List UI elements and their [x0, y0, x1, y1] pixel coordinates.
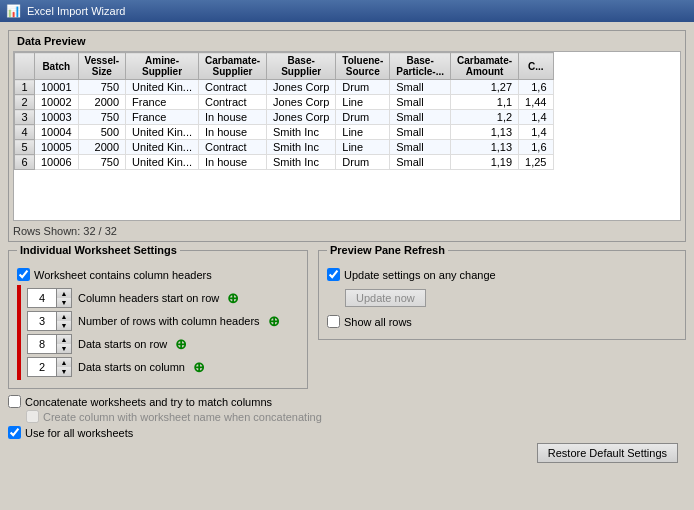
concatenate-label: Concatenate worksheets and try to match …	[25, 396, 272, 408]
individual-settings-group: Individual Worksheet Settings Worksheet …	[8, 250, 308, 389]
col-header-carbamateamount: Carbamate-Amount	[451, 53, 519, 80]
col-header-baseparticle: Base-Particle-...	[390, 53, 451, 80]
preview-pane-group: Preview Pane Refresh Update settings on …	[318, 250, 686, 340]
individual-settings-title: Individual Worksheet Settings	[17, 244, 180, 256]
table-row: 610006750United Kin...In houseSmith IncD…	[15, 155, 554, 170]
concatenate-row: Concatenate worksheets and try to match …	[8, 395, 686, 408]
app-icon: 📊	[6, 4, 21, 18]
data-starts-row-spinner[interactable]: ▲ ▼	[27, 334, 72, 354]
data-starts-col-row: ▲ ▼ Data starts on column ⊕	[23, 357, 299, 377]
update-on-change-checkbox[interactable]	[327, 268, 340, 281]
col-header-carbamatesupplier: Carbamate-Supplier	[199, 53, 267, 80]
column-headers-spinner-buttons: ▲ ▼	[56, 289, 71, 307]
data-starts-col-value[interactable]	[28, 358, 56, 376]
table-row: 2100022000FranceContractJones CorpLineSm…	[15, 95, 554, 110]
data-starts-row-down[interactable]: ▼	[57, 344, 71, 353]
data-starts-row-plus-icon[interactable]: ⊕	[175, 336, 187, 352]
bottom-area: Restore Default Settings	[8, 441, 686, 471]
data-preview-group: Data Preview Batch Vessel-Size Amine-Sup…	[8, 30, 686, 242]
num-rows-headers-row: ▲ ▼ Number of rows with column headers ⊕	[23, 311, 299, 331]
col-header-toluenesource: Toluene-Source	[336, 53, 390, 80]
create-column-label: Create column with worksheet name when c…	[43, 411, 322, 423]
title-bar: 📊 Excel Import Wizard	[0, 0, 694, 22]
column-headers-label: Column headers start on row	[78, 292, 219, 304]
red-bar-indicator	[17, 285, 21, 380]
title-bar-text: Excel Import Wizard	[27, 5, 125, 17]
concatenate-section: Concatenate worksheets and try to match …	[8, 395, 686, 439]
concatenate-checkbox[interactable]	[8, 395, 21, 408]
show-all-rows-label: Show all rows	[344, 316, 412, 328]
data-table-container[interactable]: Batch Vessel-Size Amine-Supplier Carbama…	[13, 51, 681, 221]
individual-settings-panel: Individual Worksheet Settings Worksheet …	[8, 250, 308, 389]
num-rows-plus-icon[interactable]: ⊕	[268, 313, 280, 329]
data-preview-title: Data Preview	[13, 35, 89, 47]
preview-pane-title: Preview Pane Refresh	[327, 244, 448, 256]
table-row: 5100052000United Kin...ContractSmith Inc…	[15, 140, 554, 155]
data-starts-col-spinner[interactable]: ▲ ▼	[27, 357, 72, 377]
use-for-all-checkbox[interactable]	[8, 426, 21, 439]
data-table: Batch Vessel-Size Amine-Supplier Carbama…	[14, 52, 554, 170]
num-rows-value[interactable]	[28, 312, 56, 330]
data-starts-row-row: ▲ ▼ Data starts on row ⊕	[23, 334, 299, 354]
data-starts-col-spinner-buttons: ▲ ▼	[56, 358, 71, 376]
rows-shown-label: Rows Shown:	[13, 225, 80, 237]
create-column-checkbox[interactable]	[26, 410, 39, 423]
worksheet-headers-checkbox[interactable]	[17, 268, 30, 281]
data-starts-row-spinner-buttons: ▲ ▼	[56, 335, 71, 353]
use-for-all-label: Use for all worksheets	[25, 427, 133, 439]
use-for-all-row: Use for all worksheets	[8, 426, 686, 439]
num-rows-down[interactable]: ▼	[57, 321, 71, 330]
data-starts-row-up[interactable]: ▲	[57, 335, 71, 344]
data-starts-col-label: Data starts on column	[78, 361, 185, 373]
rows-shown-value: 32 / 32	[83, 225, 117, 237]
col-header-vesselsize: Vessel-Size	[78, 53, 125, 80]
col-header-col9: C...	[519, 53, 553, 80]
table-row: 110001750United Kin...ContractJones Corp…	[15, 80, 554, 95]
restore-defaults-button[interactable]: Restore Default Settings	[537, 443, 678, 463]
create-column-row: Create column with worksheet name when c…	[8, 410, 686, 423]
num-rows-label: Number of rows with column headers	[78, 315, 260, 327]
column-headers-spinner[interactable]: ▲ ▼	[27, 288, 72, 308]
column-headers-down[interactable]: ▼	[57, 298, 71, 307]
col-header-basesupplier: Base-Supplier	[267, 53, 336, 80]
column-headers-row-row: ▲ ▼ Column headers start on row ⊕	[23, 288, 299, 308]
preview-pane-panel: Preview Pane Refresh Update settings on …	[318, 250, 686, 389]
main-content: Data Preview Batch Vessel-Size Amine-Sup…	[0, 22, 694, 510]
column-headers-up[interactable]: ▲	[57, 289, 71, 298]
col-header-batch: Batch	[35, 53, 79, 80]
update-on-change-row: Update settings on any change	[327, 268, 677, 281]
data-starts-col-down[interactable]: ▼	[57, 367, 71, 376]
table-row: 410004500United Kin...In houseSmith IncL…	[15, 125, 554, 140]
num-rows-up[interactable]: ▲	[57, 312, 71, 321]
bottom-section: Individual Worksheet Settings Worksheet …	[8, 250, 686, 389]
data-starts-row-label: Data starts on row	[78, 338, 167, 350]
worksheet-headers-label: Worksheet contains column headers	[34, 269, 212, 281]
update-now-button[interactable]: Update now	[345, 289, 426, 307]
data-starts-col-up[interactable]: ▲	[57, 358, 71, 367]
num-rows-spinner-buttons: ▲ ▼	[56, 312, 71, 330]
show-all-rows-checkbox[interactable]	[327, 315, 340, 328]
col-header-aminesupplier: Amine-Supplier	[126, 53, 199, 80]
rows-shown: Rows Shown: 32 / 32	[13, 225, 681, 237]
column-headers-value[interactable]	[28, 289, 56, 307]
col-header-rownum	[15, 53, 35, 80]
table-row: 310003750FranceIn houseJones CorpDrumSma…	[15, 110, 554, 125]
column-headers-plus-icon[interactable]: ⊕	[227, 290, 239, 306]
update-on-change-label: Update settings on any change	[344, 269, 496, 281]
worksheet-headers-row: Worksheet contains column headers	[17, 268, 299, 281]
show-all-rows-row: Show all rows	[327, 315, 677, 328]
data-starts-col-plus-icon[interactable]: ⊕	[193, 359, 205, 375]
data-starts-row-value[interactable]	[28, 335, 56, 353]
num-rows-spinner[interactable]: ▲ ▼	[27, 311, 72, 331]
